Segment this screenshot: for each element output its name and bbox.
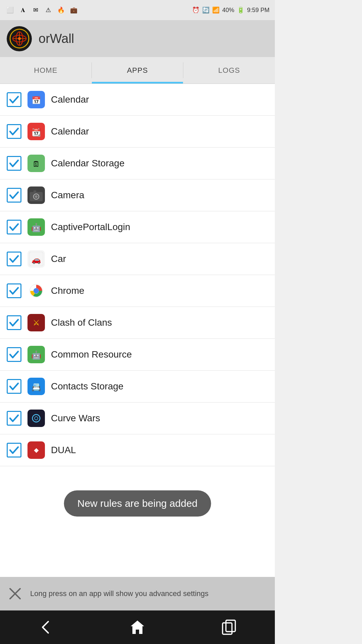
svg-marker-36 — [131, 621, 144, 634]
app-checkbox-8[interactable] — [7, 347, 21, 362]
app-checkbox-2[interactable] — [7, 156, 21, 171]
app-name-8: Common Resource — [51, 349, 132, 360]
tab-logs-label: LOGS — [218, 66, 240, 75]
app-name-5: Car — [51, 254, 66, 264]
status-icons-left: ⬜ 𝐀 ✉ ⚠ 🔥 💼 — [5, 5, 78, 15]
app-name-10: Curve Wars — [51, 413, 100, 424]
app-checkbox-0[interactable] — [7, 92, 21, 107]
briefcase-icon: 💼 — [69, 5, 78, 15]
svg-rect-29 — [29, 411, 43, 425]
list-item[interactable]: Curve Wars — [0, 402, 275, 434]
app-icon-5: 🚗 — [27, 250, 45, 268]
list-item[interactable]: Camera — [0, 179, 275, 211]
nav-bar — [0, 610, 275, 644]
app-icon-7: ⚔ — [27, 314, 45, 331]
app-name-6: Chrome — [51, 285, 84, 296]
app-icon-6 — [27, 282, 45, 300]
svg-point-14 — [35, 195, 38, 198]
list-item[interactable]: ⚔ Clash of Clans — [0, 307, 275, 339]
mail-icon: ✉ — [31, 5, 40, 15]
app-name-7: Clash of Clans — [51, 317, 112, 328]
list-item[interactable]: 📅 Calendar — [0, 84, 275, 116]
svg-text:🤖: 🤖 — [31, 350, 42, 360]
svg-text:🗓: 🗓 — [33, 160, 40, 168]
battery-text: 40% — [222, 7, 234, 14]
svg-text:⚔: ⚔ — [33, 319, 40, 327]
tablet-icon: ⬜ — [5, 5, 15, 15]
fire-icon: 🔥 — [56, 5, 66, 15]
svg-text:📅: 📅 — [32, 96, 41, 105]
app-checkbox-3[interactable] — [7, 188, 21, 203]
home-button[interactable] — [126, 615, 149, 639]
sync-icon: 🔄 — [202, 6, 209, 14]
svg-point-5 — [18, 37, 21, 40]
recents-button[interactable] — [217, 615, 241, 639]
svg-rect-38 — [226, 620, 235, 632]
signal-icon: 📶 — [212, 6, 220, 14]
app-checkbox-5[interactable] — [7, 252, 21, 266]
alarm-icon: ⏰ — [192, 6, 199, 14]
back-button[interactable] — [34, 615, 58, 639]
tab-apps[interactable]: APPS — [92, 57, 183, 84]
app-checkbox-10[interactable] — [7, 411, 21, 426]
app-checkbox-4[interactable] — [7, 220, 21, 234]
app-icon-3 — [27, 186, 45, 204]
app-name-0: Calendar — [51, 94, 89, 105]
toast-message: New rules are being added — [77, 498, 198, 509]
font-icon: 𝐀 — [18, 5, 27, 15]
list-item[interactable]: 🗓 Calendar Storage — [0, 148, 275, 179]
app-name-1: Calendar — [51, 126, 89, 137]
app-checkbox-7[interactable] — [7, 315, 21, 330]
status-info-right: ⏰ 🔄 📶 40% 🔋 9:59 PM — [192, 6, 269, 14]
app-checkbox-9[interactable] — [7, 379, 21, 394]
app-icon-9: 📇 — [27, 378, 45, 395]
list-item[interactable]: 🚗 Car — [0, 243, 275, 275]
app-checkbox-6[interactable] — [7, 283, 21, 298]
app-name-3: Camera — [51, 190, 84, 201]
battery-icon: 🔋 — [237, 6, 244, 14]
app-name-2: Calendar Storage — [51, 158, 124, 169]
app-icon-8: 🤖 — [27, 346, 45, 363]
app-title: orWall — [39, 32, 74, 46]
time-text: 9:59 PM — [247, 7, 269, 14]
app-checkbox-11[interactable] — [7, 443, 21, 458]
toast-notification: New rules are being added — [64, 490, 211, 517]
svg-point-22 — [34, 289, 39, 293]
app-icon-2: 🗓 — [27, 155, 45, 172]
app-icon-10 — [27, 410, 45, 427]
content-area: 📅 Calendar 📆 Calendar 🗓 Calendar Storage — [0, 84, 275, 610]
app-icon-11: ❖ — [27, 441, 45, 459]
app-checkbox-1[interactable] — [7, 124, 21, 139]
close-hint-button[interactable] — [7, 585, 23, 602]
list-item[interactable]: 🤖 Common Resource — [0, 339, 275, 371]
app-icon-4: 🤖 — [27, 218, 45, 236]
list-item[interactable]: Chrome — [0, 275, 275, 307]
status-bar: ⬜ 𝐀 ✉ ⚠ 🔥 💼 ⏰ 🔄 📶 40% 🔋 9:59 PM — [0, 0, 275, 20]
app-header: orWall — [0, 20, 275, 57]
tab-bar: HOME APPS LOGS — [0, 57, 275, 84]
app-name-9: Contacts Storage — [51, 381, 123, 392]
app-logo — [7, 26, 32, 51]
app-icon-0: 📅 — [27, 91, 45, 108]
tab-home[interactable]: HOME — [0, 57, 92, 84]
tab-home-label: HOME — [34, 66, 57, 75]
svg-text:📇: 📇 — [32, 383, 41, 392]
app-name-11: DUAL — [51, 445, 76, 455]
app-name-4: CaptivePortalLogin — [51, 222, 130, 232]
bottom-hint: Long press on an app will show you advan… — [0, 577, 275, 610]
app-icon-1: 📆 — [27, 123, 45, 140]
list-item[interactable]: 📇 Contacts Storage — [0, 371, 275, 402]
list-item[interactable]: 🤖 CaptivePortalLogin — [0, 211, 275, 243]
svg-rect-37 — [223, 623, 232, 634]
hint-text: Long press on an app will show you advan… — [30, 589, 208, 599]
tab-logs[interactable]: LOGS — [183, 57, 275, 84]
tab-apps-label: APPS — [127, 66, 148, 75]
svg-text:❖: ❖ — [34, 447, 39, 454]
warning-icon: ⚠ — [44, 5, 53, 15]
list-item[interactable]: 📆 Calendar — [0, 116, 275, 148]
svg-rect-15 — [34, 190, 36, 192]
svg-text:🚗: 🚗 — [32, 255, 41, 264]
list-item[interactable]: ❖ DUAL — [0, 434, 275, 466]
svg-text:🤖: 🤖 — [31, 223, 42, 233]
svg-text:📆: 📆 — [32, 128, 41, 137]
